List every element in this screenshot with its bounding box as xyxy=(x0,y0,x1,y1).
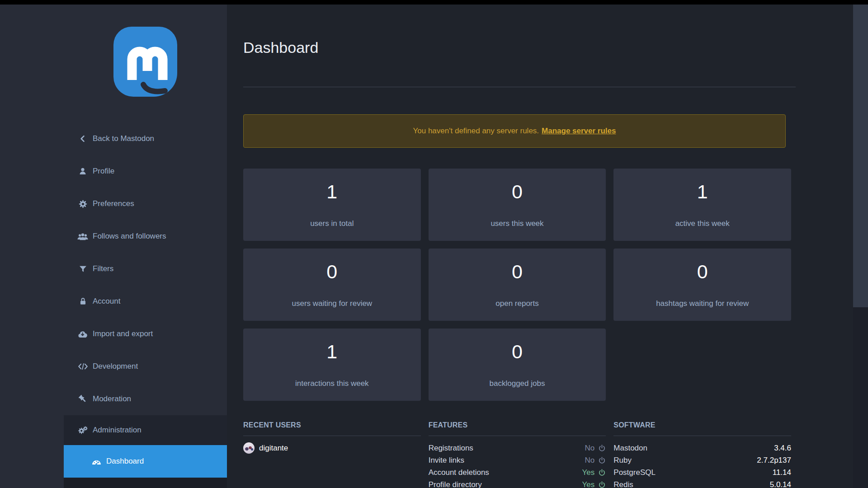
speedometer-icon xyxy=(90,457,102,465)
table-row: Invite links No xyxy=(429,454,606,466)
title-divider xyxy=(243,87,796,87)
sidebar-item-label: Moderation xyxy=(93,394,131,404)
recent-users-section: RECENT USERS digitante xyxy=(243,421,421,488)
stat-value: 0 xyxy=(326,262,337,282)
sidebar-item-label: Account xyxy=(93,297,120,306)
user-icon xyxy=(77,167,89,176)
gear-icon xyxy=(77,199,89,209)
feature-label: Invite links xyxy=(429,456,464,465)
software-label: Ruby xyxy=(613,456,632,465)
software-label: Redis xyxy=(613,480,633,488)
feature-label: Registrations xyxy=(429,444,473,453)
admin-submenu-filler xyxy=(64,478,227,488)
stat-label: users this week xyxy=(491,219,543,228)
software-label: Mastodon xyxy=(613,444,647,453)
stat-card-hashtags-waiting-for-review: 0 hashtags waiting for review xyxy=(613,249,791,321)
stat-label: users in total xyxy=(310,219,354,228)
feature-value: Yes xyxy=(582,480,606,488)
power-icon xyxy=(598,456,606,464)
software-heading: SOFTWARE xyxy=(613,421,791,429)
table-row: Mastodon 3.4.6 xyxy=(613,442,791,454)
sidebar-item-label: Filters xyxy=(93,264,113,273)
page-scrollbar-thumb[interactable] xyxy=(853,5,868,307)
chevron-left-icon xyxy=(77,134,89,143)
stat-label: open reports xyxy=(495,299,538,308)
recent-user-link[interactable]: digitante xyxy=(259,444,288,453)
stat-value: 1 xyxy=(697,182,708,202)
stat-value: 1 xyxy=(326,182,337,202)
list-item: digitante xyxy=(243,442,421,454)
stat-value: 0 xyxy=(512,182,523,202)
section-divider xyxy=(243,436,421,436)
tables-grid: RECENT USERS digitante FEATURES Registra… xyxy=(243,421,791,488)
stat-label: interactions this week xyxy=(295,379,369,388)
sidebar-item-moderation[interactable]: Moderation xyxy=(0,383,227,415)
sidebar: Back to Mastodon Profile Preferences xyxy=(0,5,227,488)
users-icon xyxy=(77,232,89,241)
stat-value: 0 xyxy=(512,262,523,282)
stat-value: 0 xyxy=(697,262,708,282)
sidebar-item-account[interactable]: Account xyxy=(0,285,227,318)
sidebar-item-preferences[interactable]: Preferences xyxy=(0,188,227,220)
avatar xyxy=(243,442,255,454)
table-row: Account deletions Yes xyxy=(429,466,606,479)
stat-card-backlogged-jobs: 0 backlogged jobs xyxy=(429,328,606,401)
stat-value: 1 xyxy=(326,342,337,361)
stat-card-open-reports: 0 open reports xyxy=(429,249,606,321)
server-rules-warning-banner: You haven't defined any server rules. Ma… xyxy=(243,114,786,148)
sidebar-item-back-to-mastodon[interactable]: Back to Mastodon xyxy=(0,122,227,155)
sidebar-item-dashboard-active[interactable]: Dashboard xyxy=(64,445,227,478)
sidebar-item-profile[interactable]: Profile xyxy=(0,155,227,188)
sidebar-item-label: Back to Mastodon xyxy=(93,134,154,143)
table-row: PostgreSQL 11.14 xyxy=(613,466,791,479)
top-black-strip xyxy=(0,0,868,5)
main-content: Dashboard You haven't defined any server… xyxy=(227,5,853,488)
sidebar-item-label: Administration xyxy=(93,426,142,435)
power-icon xyxy=(598,481,606,488)
sidebar-item-follows-and-followers[interactable]: Follows and followers xyxy=(0,220,227,253)
sidebar-item-filters[interactable]: Filters xyxy=(0,253,227,285)
administration-section: Administration Dashboard xyxy=(64,415,227,488)
software-version: 11.14 xyxy=(773,468,791,477)
software-version: 3.4.6 xyxy=(774,444,791,453)
stat-card-users-in-total: 1 users in total xyxy=(243,169,421,241)
table-row: Ruby 2.7.2p137 xyxy=(613,454,791,466)
section-divider xyxy=(429,436,606,436)
stat-card-users-this-week: 0 users this week xyxy=(429,169,606,241)
feature-value: No xyxy=(585,456,606,465)
manage-server-rules-link[interactable]: Manage server rules xyxy=(542,127,616,136)
feature-label: Account deletions xyxy=(429,468,489,477)
feature-state-text: Yes xyxy=(582,468,595,477)
stat-label: users waiting for review xyxy=(292,299,373,308)
cloud-download-icon xyxy=(77,330,89,338)
sidebar-item-administration[interactable]: Administration xyxy=(64,415,227,445)
stats-grid: 1 users in total 0 users this week 1 act… xyxy=(243,169,791,401)
sidebar-item-label: Preferences xyxy=(93,199,134,208)
section-divider xyxy=(613,436,791,436)
stat-label: hashtags waiting for review xyxy=(656,299,749,308)
feature-value: No xyxy=(585,444,606,453)
stat-value: 0 xyxy=(512,342,523,361)
filter-icon xyxy=(77,265,89,273)
table-row: Redis 5.0.14 xyxy=(613,479,791,488)
feature-state-text: No xyxy=(585,444,595,453)
code-icon xyxy=(77,362,89,371)
mastodon-admin-screen: Back to Mastodon Profile Preferences xyxy=(0,0,868,488)
software-label: PostgreSQL xyxy=(613,468,656,477)
software-version: 2.7.2p137 xyxy=(757,456,791,465)
page-scrollbar-track[interactable] xyxy=(853,5,868,488)
sidebar-item-label: Dashboard xyxy=(106,457,144,466)
features-heading: FEATURES xyxy=(429,421,606,429)
features-section: FEATURES Registrations No Invite links N… xyxy=(429,421,606,488)
sidebar-item-development[interactable]: Development xyxy=(0,350,227,383)
sidebar-item-import-and-export[interactable]: Import and export xyxy=(0,318,227,350)
table-row: Registrations No xyxy=(429,442,606,454)
sidebar-item-label: Profile xyxy=(93,167,114,176)
feature-label: Profile directory xyxy=(429,480,482,488)
software-section: SOFTWARE Mastodon 3.4.6 Ruby 2.7.2p137 P… xyxy=(613,421,791,488)
warning-text: You haven't defined any server rules. xyxy=(413,127,539,136)
stat-label: backlogged jobs xyxy=(490,379,545,388)
feature-state-text: Yes xyxy=(582,480,595,488)
recent-users-heading: RECENT USERS xyxy=(243,421,421,429)
power-icon xyxy=(598,469,606,476)
